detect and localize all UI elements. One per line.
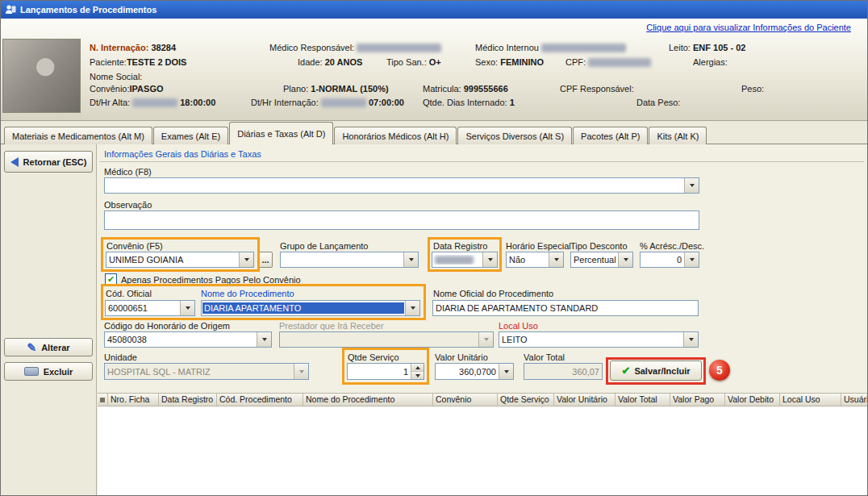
retornar-button[interactable]: Retornar (ESC) <box>4 151 93 173</box>
medico-combo[interactable] <box>104 177 699 194</box>
field-idade: Idade: 20 ANOS <box>298 57 362 67</box>
chevron-down-icon[interactable] <box>257 332 271 347</box>
tipo-desconto-label: Tipo Desconto <box>570 241 628 251</box>
field-tipo-san: Tipo San.: O+ <box>386 57 441 67</box>
chevron-down-icon[interactable] <box>482 252 497 267</box>
section-title: Informações Gerais das Diárias e Taxas <box>104 149 261 159</box>
chevron-down-icon[interactable] <box>684 178 699 193</box>
delete-icon <box>24 367 39 376</box>
step-badge: 5 <box>709 360 730 381</box>
observacao-input[interactable] <box>104 210 699 230</box>
column-header-9[interactable]: Valor Debito <box>725 394 780 406</box>
data-registro-label: Data Registro <box>433 241 487 251</box>
convenio-browse-button[interactable]: ... <box>258 252 273 268</box>
chevron-down-icon[interactable] <box>499 364 513 379</box>
horario-especial-combo[interactable]: Não <box>506 252 564 268</box>
column-header-11[interactable]: Usuári... <box>841 394 868 406</box>
excluir-button[interactable]: Excluir <box>4 362 93 381</box>
patient-info-panel: Clique aqui para visualizar Informações … <box>1 19 868 121</box>
acresc-desc-spinner[interactable]: 0 <box>640 252 699 268</box>
field-n-internacao: N. Internação: 38284 <box>90 43 176 52</box>
apenas-pagos-checkbox-label: Apenas Procedimentos Pagos Pelo Convênio <box>121 275 301 285</box>
field-peso: Peso: <box>741 84 764 94</box>
convenio-form-label: Convênio (F5) <box>106 241 163 251</box>
chevron-down-icon[interactable] <box>405 301 419 315</box>
column-header-4[interactable]: Convênio <box>433 394 498 406</box>
data-registro-combo[interactable] <box>432 252 498 268</box>
tab-label: Honorários Médicos (Alt H) <box>342 131 449 141</box>
nome-procedimento-combo[interactable]: DIARIA APARTAMENTO <box>201 300 420 316</box>
redacted-value <box>588 58 651 67</box>
acresc-desc-label: % Acrésc./Desc. <box>640 241 704 251</box>
valor-total-label: Valor Total <box>524 352 565 362</box>
field-dt-hr-alta: Dt/Hr Alta: 18:00:00 <box>90 98 215 107</box>
spin-down-icon[interactable] <box>411 372 424 379</box>
chevron-down-icon[interactable] <box>549 252 563 267</box>
cod-honorario-combo[interactable]: 45080038 <box>104 331 272 348</box>
convenio-combo[interactable]: UNIMED GOIANIA <box>106 252 254 268</box>
column-header-2[interactable]: Cód. Procedimento <box>217 394 303 406</box>
salvar-incluir-button[interactable]: ✔ Salvar/Incluir <box>610 361 702 381</box>
tab-5[interactable]: Pacotes (Alt P) <box>573 127 648 144</box>
patient-photo <box>2 39 81 113</box>
redacted-value <box>435 256 474 265</box>
redacted-value <box>132 98 177 107</box>
tab-label: Materiais e Medicamentos (Alt M) <box>12 131 144 141</box>
column-header-8[interactable]: Valor Pago <box>670 394 725 406</box>
tab-4[interactable]: Serviços Diversos (Alt S) <box>457 127 572 144</box>
chevron-down-icon <box>294 364 308 379</box>
field-alergias: Alergias: <box>693 57 728 67</box>
redacted-value <box>541 44 626 52</box>
local-uso-label: Local Uso <box>499 321 538 331</box>
nome-procedimento-label: Nome do Procedimento <box>201 289 294 298</box>
titlebar: Lançamentos de Procedimentos <box>1 1 868 19</box>
column-header-5[interactable]: Qtde Serviço <box>498 394 554 406</box>
grid-body[interactable] <box>98 406 868 496</box>
valor-unitario-label: Valor Unitário <box>435 352 488 362</box>
chevron-down-icon[interactable] <box>684 252 699 267</box>
tab-label: Exames (Alt E) <box>161 131 220 141</box>
qtde-servico-label: Qtde Serviço <box>348 352 399 362</box>
chevron-down-icon[interactable] <box>403 252 418 267</box>
chevron-down-icon[interactable] <box>618 252 632 267</box>
column-header-6[interactable]: Valor Unitário <box>554 394 616 406</box>
qtde-servico-spinner[interactable]: 1 <box>347 363 424 380</box>
tab-2[interactable]: Diárias e Taxas (Alt D) <box>229 122 333 144</box>
row-indicator-column-header <box>98 394 108 406</box>
grupo-lancamento-label: Grupo de Lançamento <box>280 241 368 251</box>
column-header-0[interactable]: Nro. Ficha <box>108 394 159 406</box>
tab-0[interactable]: Materiais e Medicamentos (Alt M) <box>4 127 152 144</box>
tab-6[interactable]: Kits (Alt K) <box>649 127 707 144</box>
local-uso-combo[interactable]: LEITO <box>499 331 699 348</box>
tab-1[interactable]: Exames (Alt E) <box>153 127 228 144</box>
grupo-lancamento-combo[interactable] <box>280 252 419 268</box>
section-divider <box>99 161 864 162</box>
chevron-down-icon[interactable] <box>180 301 194 315</box>
apenas-pagos-checkbox-row: ✔ Apenas Procedimentos Pagos Pelo Convên… <box>105 273 301 286</box>
patient-info-link[interactable]: Clique aqui para visualizar Informações … <box>646 23 851 32</box>
cod-oficial-combo[interactable]: 60000651 <box>105 300 195 316</box>
spin-up-icon[interactable] <box>411 364 424 372</box>
column-header-7[interactable]: Valor Total <box>616 394 670 406</box>
column-header-3[interactable]: Nome do Procedimento <box>303 394 433 406</box>
selected-text: DIARIA APARTAMENTO <box>202 302 404 314</box>
nome-oficial-label: Nome Oficial do Procedimento <box>433 289 553 298</box>
valor-unitario-combo[interactable]: 360,0700 <box>435 363 514 380</box>
tipo-desconto-combo[interactable]: Percentual <box>570 252 633 268</box>
cod-oficial-label: Cód. Oficial <box>106 289 152 298</box>
apenas-pagos-checkbox[interactable]: ✔ <box>105 273 117 286</box>
grid-header-row: Nro. FichaData RegistroCód. Procedimento… <box>98 393 868 406</box>
chevron-down-icon[interactable] <box>239 252 253 267</box>
window-title: Lançamentos de Procedimentos <box>20 5 156 15</box>
tab-3[interactable]: Honorários Médicos (Alt H) <box>334 127 457 144</box>
field-qtde-dias: Qtde. Dias Internado: 1 <box>423 98 515 107</box>
sidebar-divider <box>96 144 97 496</box>
prestador-label: Prestador que Irá Receber <box>279 321 384 331</box>
column-header-1[interactable]: Data Registro <box>159 394 217 406</box>
chevron-down-icon[interactable] <box>683 332 698 347</box>
nome-oficial-input[interactable]: DIARIA DE APARTAMENTO STANDARD <box>432 300 699 316</box>
chevron-down-icon <box>478 332 493 347</box>
alterar-button[interactable]: ✎ Alterar <box>4 338 93 356</box>
procedure-entry-window: Lançamentos de Procedimentos Clique aqui… <box>0 0 868 496</box>
column-header-10[interactable]: Local Uso <box>780 394 841 406</box>
